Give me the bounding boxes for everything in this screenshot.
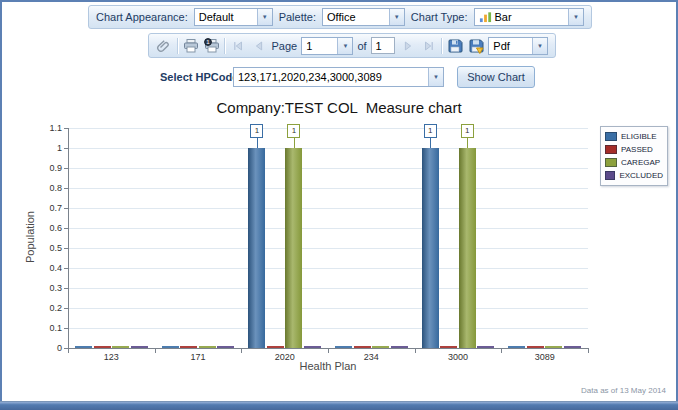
legend-swatch <box>605 132 617 141</box>
gridline <box>68 248 588 249</box>
chevron-down-icon[interactable]: ▼ <box>337 38 352 54</box>
bar-caregap-123 <box>112 346 129 348</box>
bar-eligible-3089 <box>508 346 525 348</box>
gridline <box>68 288 588 289</box>
x-tick <box>588 349 589 353</box>
gridline <box>68 188 588 189</box>
chart-appearance-value: Default <box>195 11 257 23</box>
palette-select[interactable]: Office ▼ <box>322 8 405 26</box>
y-tick-label: 1 <box>30 143 62 153</box>
data-label: 1 <box>424 124 437 138</box>
gridline <box>68 128 588 129</box>
chart-appearance-select[interactable]: Default ▼ <box>194 8 273 26</box>
bar-caregap-3000 <box>459 148 476 348</box>
print-page-icon[interactable]: 1 <box>203 37 220 55</box>
y-axis-line <box>68 128 69 348</box>
save-as-icon[interactable] <box>468 37 485 55</box>
legend-swatch <box>605 145 617 154</box>
y-tick-label: 0.9 <box>30 163 62 173</box>
y-tick-label: 0.4 <box>30 263 62 273</box>
y-tick-label: 0.2 <box>30 303 62 313</box>
chart-title: Company:TEST COL Measure chart <box>0 99 678 116</box>
legend-item-passed: PASSED <box>605 143 663 156</box>
bar-passed-123 <box>94 346 111 348</box>
chevron-down-icon[interactable]: ▼ <box>568 9 583 25</box>
bar-eligible-123 <box>75 346 92 348</box>
chart-type-value-wrap: Bar <box>475 10 568 25</box>
bar-passed-234 <box>354 346 371 348</box>
window-frame-left <box>0 0 2 402</box>
last-page-icon[interactable] <box>420 37 437 55</box>
palette-value: Office <box>323 11 389 23</box>
y-tick-label: 1.1 <box>30 123 62 133</box>
of-label: of <box>357 40 366 52</box>
bar-eligible-171 <box>162 346 179 348</box>
data-label: 1 <box>287 124 300 138</box>
legend-label: PASSED <box>621 145 653 154</box>
gridline <box>68 308 588 309</box>
y-tick-label: 0.7 <box>30 203 62 213</box>
bar-passed-3000 <box>440 346 457 348</box>
y-tick-label: 0 <box>30 343 62 353</box>
data-as-of-note: Data as of 13 May 2014 <box>581 386 666 395</box>
chart-appearance-label: Chart Appearance: <box>96 11 188 23</box>
legend-item-excluded: EXCLUDED <box>605 169 663 182</box>
chevron-down-icon[interactable]: ▼ <box>389 9 404 25</box>
chevron-down-icon[interactable]: ▼ <box>257 9 272 25</box>
legend: ELIGIBLEPASSEDCAREGAPEXCLUDED <box>600 126 668 186</box>
data-label: 1 <box>250 124 263 138</box>
chart-type-select[interactable]: Bar ▼ <box>474 8 584 26</box>
page-number-value: 1 <box>302 40 337 52</box>
attachment-icon[interactable] <box>156 37 173 55</box>
x-category-label: 3000 <box>415 352 502 362</box>
x-category-label: 171 <box>155 352 242 362</box>
bar-excluded-123 <box>131 346 148 348</box>
bar-caregap-3089 <box>545 346 562 348</box>
y-tick-label: 0.5 <box>30 243 62 253</box>
y-tick-label: 0.3 <box>30 283 62 293</box>
first-page-icon[interactable] <box>230 37 247 55</box>
save-icon[interactable] <box>447 37 464 55</box>
page-label: Page <box>272 40 298 52</box>
window-frame-bottom <box>0 401 678 410</box>
bar-chart-icon <box>479 10 492 25</box>
y-tick-label: 0.6 <box>30 223 62 233</box>
print-icon[interactable] <box>183 37 200 55</box>
gridline <box>68 148 588 149</box>
next-page-icon[interactable] <box>399 37 416 55</box>
bar-excluded-234 <box>391 346 408 348</box>
gridline <box>68 228 588 229</box>
gridline <box>68 268 588 269</box>
app-window: Chart Appearance: Default ▼ Palette: Off… <box>0 0 678 410</box>
show-chart-button[interactable]: Show Chart <box>457 66 535 88</box>
bar-excluded-3000 <box>477 346 494 348</box>
data-label: 1 <box>461 124 474 138</box>
gridline <box>68 208 588 209</box>
bar-eligible-234 <box>335 346 352 348</box>
bar-caregap-2020 <box>285 148 302 348</box>
bar-passed-3089 <box>527 346 544 348</box>
bar-excluded-3089 <box>564 346 581 348</box>
toolbar-separator <box>224 38 226 54</box>
window-frame-top <box>0 0 678 2</box>
bar-caregap-171 <box>199 346 216 348</box>
hpcode-select[interactable]: 123,171,2020,234,3000,3089 ▼ <box>233 67 444 87</box>
previous-page-icon[interactable] <box>251 37 268 55</box>
chart-type-value: Bar <box>495 11 512 23</box>
chevron-down-icon[interactable]: ▼ <box>428 68 443 86</box>
bar-excluded-2020 <box>304 346 321 348</box>
total-pages-field[interactable]: 1 <box>371 37 396 54</box>
paging-toolbar: 1 Page 1 ▼ of 1 Pdf ▼ <box>148 33 556 58</box>
bar-caregap-234 <box>372 346 389 348</box>
chevron-down-icon[interactable]: ▼ <box>532 38 547 54</box>
gridline <box>68 168 588 169</box>
x-category-label: 234 <box>328 352 415 362</box>
bar-eligible-2020 <box>248 148 265 348</box>
palette-label: Palette: <box>279 11 316 23</box>
export-format-select[interactable]: Pdf ▼ <box>488 37 548 55</box>
toolbar-separator <box>177 38 179 54</box>
export-format-value: Pdf <box>489 40 532 52</box>
page-number-select[interactable]: 1 ▼ <box>301 37 353 55</box>
y-axis-title: Population <box>24 183 36 291</box>
legend-item-eligible: ELIGIBLE <box>605 130 663 143</box>
